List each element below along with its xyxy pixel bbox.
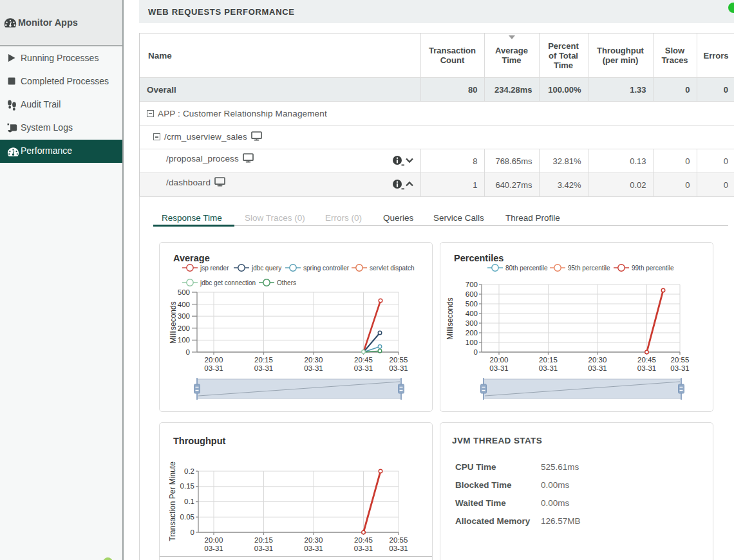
svg-text:80th percentile: 80th percentile (505, 265, 548, 272)
svg-text:Others: Others (277, 279, 296, 286)
svg-text:spring controller: spring controller (303, 265, 350, 272)
svg-text:20:00: 20:00 (205, 536, 223, 544)
svg-text:0.2: 0.2 (184, 467, 194, 475)
svg-text:20:15: 20:15 (254, 536, 273, 544)
svg-text:20:30: 20:30 (305, 356, 323, 364)
svg-text:03-31: 03-31 (389, 545, 408, 552)
svg-text:03-31: 03-31 (354, 545, 373, 552)
svg-text:500: 500 (466, 300, 478, 308)
svg-text:0: 0 (191, 528, 194, 536)
svg-text:20:30: 20:30 (305, 536, 323, 544)
svg-text:03-31: 03-31 (489, 364, 508, 372)
svg-text:03-31: 03-31 (204, 545, 223, 552)
svg-text:03-31: 03-31 (254, 364, 273, 372)
svg-text:300: 300 (178, 312, 190, 320)
svg-text:03-31: 03-31 (254, 545, 273, 552)
svg-text:400: 400 (466, 310, 478, 317)
svg-text:400: 400 (178, 301, 190, 308)
svg-text:700: 700 (466, 281, 478, 288)
svg-text:03-31: 03-31 (304, 364, 323, 372)
svg-text:500: 500 (178, 288, 190, 296)
svg-text:0: 0 (186, 348, 190, 356)
svg-text:0.15: 0.15 (180, 482, 194, 490)
svg-text:20:00: 20:00 (490, 356, 509, 364)
svg-text:20:30: 20:30 (588, 356, 607, 364)
svg-text:jdbc get connection: jdbc get connection (200, 279, 256, 286)
svg-text:600: 600 (466, 290, 478, 298)
svg-text:03-31: 03-31 (670, 364, 689, 372)
svg-text:Milliseconds: Milliseconds (169, 301, 178, 343)
svg-text:20:00: 20:00 (205, 356, 223, 364)
svg-text:20:55: 20:55 (671, 356, 690, 364)
svg-text:200: 200 (178, 324, 190, 332)
svg-text:03-31: 03-31 (354, 364, 373, 372)
svg-text:03-31: 03-31 (588, 364, 607, 372)
svg-text:jsp render: jsp render (200, 265, 229, 272)
svg-text:20:15: 20:15 (539, 356, 558, 364)
svg-text:20:55: 20:55 (390, 536, 408, 544)
svg-text:jdbc query: jdbc query (251, 265, 281, 272)
svg-text:03-31: 03-31 (304, 545, 323, 552)
svg-text:03-31: 03-31 (539, 364, 558, 372)
svg-text:Milliseconds: Milliseconds (446, 297, 455, 339)
svg-text:0.1: 0.1 (184, 498, 194, 505)
svg-text:20:45: 20:45 (637, 356, 656, 364)
svg-text:300: 300 (466, 319, 478, 327)
svg-text:20:45: 20:45 (354, 536, 373, 544)
svg-text:99th percentile: 99th percentile (632, 265, 674, 272)
svg-text:20:55: 20:55 (390, 356, 408, 364)
svg-text:03-31: 03-31 (637, 364, 656, 372)
svg-text:0: 0 (474, 348, 478, 356)
svg-text:Transaction Per Minute: Transaction Per Minute (168, 462, 177, 541)
svg-text:03-31: 03-31 (389, 364, 408, 372)
svg-text:03-31: 03-31 (204, 364, 223, 372)
svg-text:100: 100 (466, 339, 478, 346)
svg-text:20:45: 20:45 (354, 356, 373, 364)
svg-text:0.05: 0.05 (180, 513, 194, 521)
svg-text:200: 200 (466, 329, 478, 337)
svg-text:servlet dispatch: servlet dispatch (370, 265, 414, 272)
svg-text:20:15: 20:15 (254, 356, 273, 364)
svg-text:95th percentile: 95th percentile (568, 265, 610, 272)
svg-text:100: 100 (178, 336, 190, 344)
